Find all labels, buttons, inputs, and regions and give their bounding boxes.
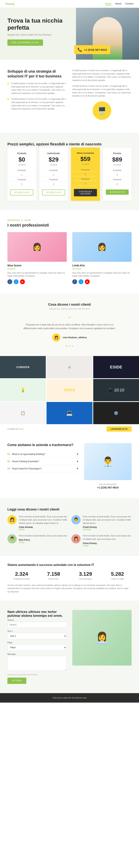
testimonial-navigation [7, 345, 132, 347]
client-role-2: Developer [83, 528, 132, 530]
pricing-card-individual: Individuale $29 15 utenti Funzione 2 Fun… [39, 148, 68, 201]
hero-cta-button[interactable]: PER SCOPRIRE DI PIÙ [7, 39, 43, 46]
faq-section: Come aiutiamo le aziende a trasformarsi?… [0, 434, 139, 498]
portfolio-item-2[interactable]: 📇 [47, 356, 92, 378]
strategy-section: Sviluppo di una strategia di soluzioni I… [0, 60, 139, 133]
navigation: Frenzy Home About Contact [0, 0, 139, 8]
client-name-3: Nick Perry [19, 539, 67, 541]
pricing-section: Prezzi semplici, opzioni flessibili e ni… [0, 133, 139, 210]
testimonial-dot-3[interactable] [72, 345, 73, 347]
portfolio-item-4-label: 💡 [20, 388, 25, 393]
footer: Click here to select the Text Element Li… [0, 693, 139, 703]
member-avatar-1: 👩 [7, 232, 67, 262]
youtube-icon-1[interactable]: ▶ [20, 279, 25, 284]
client-text-3: Proin vel dolor sit amet facilisi. Duis … [19, 534, 67, 537]
twitter-icon-2[interactable]: t [79, 279, 83, 284]
stat-1: 2.324 Progetta terminate [7, 571, 36, 580]
faq-question-3: 03 Psych Award for Passengers? [7, 467, 42, 470]
portfolio-footer: immagini da Envato LAVORARE IN ITL [0, 424, 139, 434]
plan-feature-free-4: 1 [10, 182, 33, 186]
faq-item-3[interactable]: 03 Psych Award for Passengers? ▼ [7, 465, 79, 472]
twitter-icon-1[interactable]: t [14, 279, 19, 284]
contact-form-panel: Nam ultrices ultrices nec tortor pulvina… [7, 610, 67, 684]
plan-name-individual: Individuale [42, 152, 65, 155]
portfolio-item-5[interactable]: IDEAS [47, 379, 92, 401]
message-textarea[interactable] [7, 656, 67, 671]
nav-contact[interactable]: Contact [125, 2, 134, 5]
filter-select[interactable]: Filteri [7, 644, 67, 651]
team-members-list: 👩 Nina Scavo Designer Duis aute dolor si… [7, 232, 132, 284]
credit-link[interactable]: Envato [18, 428, 24, 430]
plan-feature-prem-2: 3 [106, 173, 129, 177]
youtube-icon-2[interactable]: ▶ [85, 279, 90, 284]
portfolio-credit: immagini da Envato [7, 428, 24, 430]
portfolio-item-6[interactable]: 📱 10:10 [93, 379, 139, 401]
client-avatar-1: 👩 [7, 515, 17, 524]
phone-badge: 📞 +1 (234) 567-8910 [74, 45, 110, 54]
nav-links: Home About Contact [105, 2, 134, 5]
client-card-2: 👨 Proin vel dolor sit amet facilisi. Dui… [71, 515, 132, 531]
portfolio-item-8[interactable]: 💻 [47, 402, 92, 424]
hero-title: Trova la tua nicchia perfetta [7, 17, 71, 31]
stat-num-3: 3.129 [71, 571, 100, 577]
stat-label-1: Progetta terminate [7, 578, 36, 580]
hero-content: Trova la tua nicchia perfetta Sample tex… [0, 8, 76, 60]
client-name-4: Fiona Kinney [83, 542, 132, 545]
stat-label-3: Ore lavorative [71, 578, 100, 580]
plan-price-premium: $89 [106, 156, 129, 163]
nav-about[interactable]: About [115, 2, 121, 5]
plan-feature-ind-4: 2 [42, 182, 65, 186]
facebook-icon-1[interactable]: f [7, 279, 12, 284]
member-name-2: Linda Kim [72, 264, 132, 267]
testimonial-title: Cosa dicono i nostri clienti [7, 303, 132, 307]
hero-subtitle: Sample text. Click to select the Text El… [7, 33, 71, 36]
clients-section: Leggi cosa dicono i nostri clienti 👩 Pro… [0, 498, 139, 556]
plan-btn-premium[interactable]: SCOPRI DI PIÙ [106, 189, 129, 195]
plan-btn-free[interactable]: SCOPRI DI PIÙ [10, 189, 33, 195]
client-role-1: Design [19, 528, 68, 530]
contact-person-image: 👩‍💼 [72, 610, 132, 665]
plan-feature-free-1: Funzione [10, 168, 33, 172]
stat-num-4: 5.282 [104, 571, 132, 577]
faq-question-1: 01 What is an App-building Building? [7, 453, 45, 456]
portfolio-item-4[interactable]: 💡 [0, 379, 46, 401]
form-submit-button[interactable]: OTTIENI [7, 678, 26, 684]
eside-label: ESIDE [110, 365, 122, 370]
faq-contact-info: Hai una domanda? +1 (234) 567-8910 [84, 483, 132, 489]
contact-title: Nam ultrices ultrices nec tortor pulvina… [7, 610, 67, 618]
plan-btn-featured[interactable]: CONTINUA A LEGGERE [74, 189, 97, 196]
faq-item-2[interactable]: 02 House Painting Essentials? ▼ [7, 458, 79, 465]
client-avatar-4: 👩 [71, 534, 81, 544]
testimonial-dot-1[interactable] [66, 345, 67, 347]
ideas-label: IDEAS [64, 388, 75, 392]
footer-link[interactable]: Link [83, 697, 86, 699]
portfolio-section: CUBIKEN 📇 ESIDE 💡 IDEAS 📱 10:10 📋 💻 ⚙️ i… [0, 356, 139, 434]
portfolio-item-1[interactable]: CUBIKEN [0, 356, 46, 378]
facebook-icon-2[interactable]: f [72, 279, 77, 284]
portfolio-item-2-label: 📇 [68, 366, 71, 368]
phone-number: +1 (234) 567-8910 [84, 48, 107, 51]
plan-feature-prem-4: 9 [106, 182, 129, 186]
hero-image: 📞 +1 (234) 567-8910 [76, 8, 139, 60]
plan-btn-individual[interactable]: SCOPRI DI PIÙ [42, 189, 65, 195]
stat-label-4: Colpo di caffè [104, 578, 132, 580]
strategy-dot-1 [7, 83, 9, 84]
plan-feature-prem-3: Funzione [106, 178, 129, 182]
sort-select[interactable]: Sort 1 Sort 2 [7, 633, 67, 639]
nav-home[interactable]: Home [105, 2, 112, 5]
member-role-1: Designer [7, 268, 67, 270]
pricing-card-premium: Premio $89 15 utenti Funzione 3 Funzione… [103, 148, 132, 201]
member-role-2: Developer [72, 268, 132, 270]
clients-title: Leggi cosa dicono i nostri clienti [7, 507, 132, 512]
stat-label-2: Clienti felici [39, 578, 68, 580]
portfolio-item-9[interactable]: ⚙️ [93, 402, 139, 424]
portfolio-cta-button[interactable]: LAVORARE IN ITL [107, 426, 132, 432]
portfolio-item-3[interactable]: ESIDE [93, 356, 139, 378]
portfolio-item-7[interactable]: 📋 [0, 402, 46, 424]
search-input[interactable] [7, 622, 67, 628]
search-label: Search [7, 619, 67, 621]
testimonial-dot-2[interactable] [69, 345, 70, 347]
faq-item-1[interactable]: 01 What is an App-building Building? ▼ [7, 451, 79, 458]
client-card-4: 👩 Proin vel dolor sit amet facilisi. Dui… [71, 534, 132, 547]
plan-feature-free-3: Funzione [10, 178, 33, 182]
